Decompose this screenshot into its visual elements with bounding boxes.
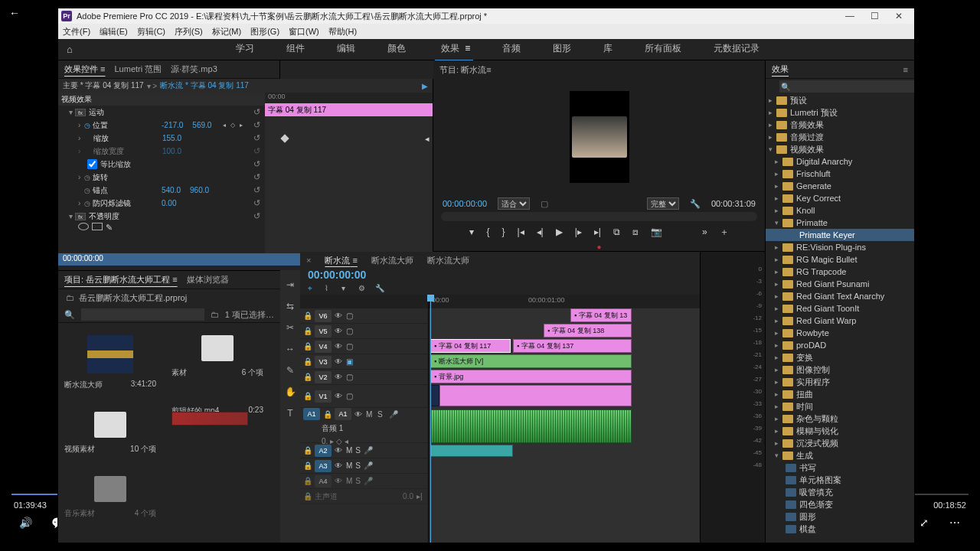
- menu-window[interactable]: 窗口(W): [289, 26, 319, 37]
- type-tool-icon[interactable]: T: [284, 408, 296, 420]
- clip-v1-thumb[interactable]: [430, 385, 439, 406]
- track-v4-target[interactable]: V4: [315, 341, 332, 353]
- project-item-bin[interactable]: 音乐素材4 个项: [64, 470, 156, 519]
- hand-tool-icon[interactable]: ✋: [284, 386, 296, 399]
- ec-position-x[interactable]: -217.0: [162, 121, 183, 129]
- reset-icon[interactable]: ↺: [253, 172, 260, 182]
- fx-folder[interactable]: 扭曲: [796, 389, 813, 400]
- mask-ellipse-icon[interactable]: [78, 223, 89, 230]
- clip-v4-selected[interactable]: ▪ 字幕 04 复制 117: [430, 339, 511, 353]
- fx-item[interactable]: 圆形: [799, 511, 816, 523]
- next-keyframe-icon[interactable]: ▸: [240, 122, 243, 129]
- timeline-ruler[interactable]: 00:0000:00:01:00: [429, 295, 700, 308]
- reset-icon[interactable]: ↺: [253, 159, 260, 169]
- fx-folder[interactable]: RE:Vision Plug-ins: [796, 243, 866, 252]
- snap-icon[interactable]: ⌖: [308, 284, 318, 295]
- extract-icon[interactable]: ⧈: [632, 227, 639, 237]
- lock-icon[interactable]: 🔒: [303, 357, 312, 366]
- workspace-learn[interactable]: 学习: [233, 37, 257, 61]
- reset-icon[interactable]: ↺: [253, 211, 260, 221]
- go-out-icon[interactable]: ▸|: [594, 227, 601, 237]
- fx-folder[interactable]: Red Giant Psunami: [796, 279, 869, 289]
- ec-antiflicker-value[interactable]: 0.00: [162, 199, 176, 207]
- lock-icon[interactable]: 🔒: [303, 342, 312, 350]
- program-scrubber[interactable]: [441, 212, 757, 221]
- fx-folder-generate[interactable]: 生成: [796, 450, 813, 461]
- reset-icon[interactable]: ↺: [253, 120, 260, 130]
- ripple-tool-icon[interactable]: ⇆: [284, 301, 296, 313]
- program-tab[interactable]: 节目: 断水流: [439, 64, 486, 76]
- program-monitor[interactable]: [570, 91, 629, 183]
- ec-master-clip[interactable]: 主要 * 字幕 04 复制 117: [63, 80, 144, 91]
- clip-a1[interactable]: [430, 409, 632, 443]
- fx-folder[interactable]: 实用程序: [796, 377, 830, 388]
- program-resolution-select[interactable]: 完整: [647, 197, 679, 210]
- a1-source[interactable]: A1: [303, 408, 320, 420]
- fx-primatte-keyer[interactable]: Primatte Keyer: [799, 230, 855, 240]
- tab-media-browser[interactable]: 媒体浏览器: [187, 274, 229, 285]
- button-editor-icon[interactable]: »: [702, 227, 707, 237]
- keyframe-diamond[interactable]: [280, 134, 289, 142]
- prev-keyframe-icon[interactable]: ◂: [223, 122, 226, 129]
- fx-video-effects[interactable]: 视频效果: [790, 144, 824, 155]
- clip-v3[interactable]: ▪ 断水流大师 [V]: [430, 354, 632, 368]
- panel-menu-icon[interactable]: ≡: [903, 65, 908, 74]
- playhead[interactable]: [430, 295, 431, 543]
- pen-tool-icon[interactable]: ✎: [284, 365, 296, 377]
- minimize-button[interactable]: —: [838, 11, 862, 21]
- settings-icon[interactable]: ⚙: [358, 284, 369, 295]
- clip-v2[interactable]: ▪ 背景.jpg: [430, 370, 632, 383]
- reset-icon[interactable]: ↺: [253, 107, 260, 117]
- ec-position-y[interactable]: 569.0: [192, 121, 211, 129]
- workspace-graphics[interactable]: 图形: [550, 37, 574, 61]
- clip-v1[interactable]: [439, 385, 632, 406]
- track-v1-target[interactable]: V1: [315, 390, 332, 403]
- menu-sequence[interactable]: 序列(S): [175, 26, 203, 37]
- fx-folder[interactable]: Frischluft: [796, 169, 831, 178]
- marker-icon[interactable]: ▾: [341, 284, 352, 295]
- lock-icon[interactable]: 🔒: [303, 373, 312, 381]
- clip-a2[interactable]: [430, 445, 513, 457]
- add-keyframe-icon[interactable]: ◇: [230, 122, 235, 129]
- fx-folder[interactable]: proDAD: [796, 341, 826, 350]
- linked-selection-icon[interactable]: ⌇: [325, 284, 335, 295]
- reset-icon[interactable]: ↺: [253, 198, 260, 208]
- fullscreen-exit-icon[interactable]: ⤢: [917, 516, 931, 530]
- ec-anchor-y[interactable]: 960.0: [190, 186, 209, 194]
- fx-audio-effects[interactable]: 音频效果: [790, 119, 824, 131]
- fx-folder[interactable]: Knoll: [796, 206, 815, 215]
- fx-folder[interactable]: 沉浸式视频: [796, 438, 838, 449]
- play-icon[interactable]: ▶: [556, 227, 563, 237]
- lock-icon[interactable]: 🔒: [303, 327, 312, 335]
- fx-folder[interactable]: 时间: [796, 401, 813, 412]
- tab-project[interactable]: 项目: 岳云鹏断水流大师工程 ≡: [64, 274, 178, 285]
- workspace-library[interactable]: 库: [600, 37, 616, 61]
- fx-folder[interactable]: Rowbyte: [796, 328, 829, 337]
- wrench-icon[interactable]: 🔧: [690, 199, 701, 209]
- ec-uniform-scale-checkbox[interactable]: [87, 159, 97, 169]
- project-search-input[interactable]: [81, 308, 204, 321]
- timeline-timecode[interactable]: 00:00:00:00: [308, 269, 692, 281]
- fx-badge-icon[interactable]: fx: [75, 213, 86, 220]
- toggle-output-icon[interactable]: 👁: [335, 311, 343, 320]
- razor-tool-icon[interactable]: ✂: [284, 322, 296, 334]
- effects-search-input[interactable]: [779, 80, 914, 93]
- step-back-icon[interactable]: ◂|: [537, 227, 544, 237]
- fx-folder[interactable]: Generate: [796, 181, 831, 191]
- lock-icon[interactable]: 🔒: [303, 311, 312, 320]
- clip-v4b[interactable]: ▪ 字幕 04 复制 137: [513, 339, 632, 353]
- mask-pen-icon[interactable]: ✎: [106, 223, 116, 230]
- fx-folder[interactable]: RG Trapcode: [796, 267, 846, 276]
- workspace-color[interactable]: 颜色: [384, 37, 409, 61]
- menu-file[interactable]: 文件(F): [63, 26, 90, 37]
- fx-folder[interactable]: RG Magic Bullet: [796, 255, 857, 264]
- set-in-icon[interactable]: {: [486, 227, 489, 237]
- tab-effect-controls[interactable]: 效果控件 ≡: [64, 64, 105, 75]
- clip-v6[interactable]: ▪ 字幕 04 复制 13: [570, 308, 632, 322]
- fx-folder-primatte[interactable]: Primatte: [796, 218, 828, 227]
- fx-item[interactable]: 吸管填充: [799, 487, 833, 498]
- add-button-icon[interactable]: ＋: [720, 226, 729, 239]
- ec-motion[interactable]: 运动: [89, 107, 158, 118]
- menu-clip[interactable]: 剪辑(C): [137, 26, 165, 37]
- fx-item[interactable]: 单元格图案: [799, 474, 841, 486]
